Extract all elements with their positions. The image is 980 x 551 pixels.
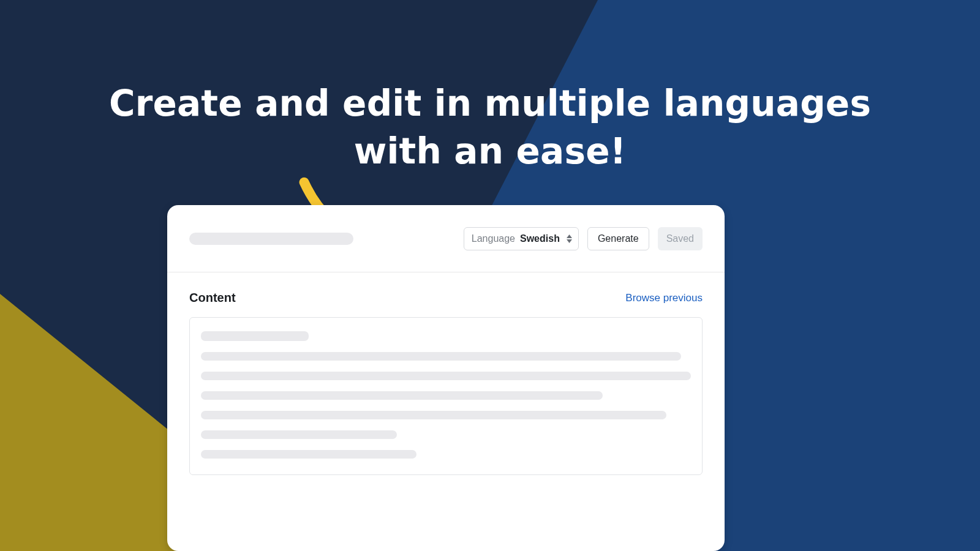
- skeleton-line: [201, 372, 691, 380]
- select-stepper-icon: [567, 234, 572, 243]
- hero-headline-line1: Create and edit in multiple languages: [0, 80, 980, 127]
- language-select-value: Swedish: [520, 233, 560, 244]
- content-header: Content Browse previous: [167, 272, 725, 317]
- saved-status-label: Saved: [666, 233, 694, 244]
- editor-toolbar: Language Swedish Generate Saved: [167, 205, 725, 272]
- hero-headline-line2: with an ease!: [0, 127, 980, 175]
- language-select[interactable]: Language Swedish: [464, 227, 579, 250]
- content-section-label: Content: [189, 291, 236, 305]
- skeleton-line: [201, 411, 666, 419]
- skeleton-line: [201, 331, 309, 341]
- generate-button-label: Generate: [598, 233, 639, 244]
- skeleton-line: [201, 391, 603, 400]
- title-placeholder: [189, 233, 353, 245]
- language-select-label: Language: [472, 233, 515, 244]
- editor-panel: Language Swedish Generate Saved Content …: [167, 205, 725, 551]
- saved-status: Saved: [658, 227, 703, 250]
- toolbar-controls: Language Swedish Generate Saved: [464, 227, 703, 250]
- promo-stage: Create and edit in multiple languages wi…: [0, 0, 980, 551]
- content-skeleton-box: [189, 317, 703, 475]
- browse-previous-link[interactable]: Browse previous: [625, 292, 703, 304]
- hero-headline: Create and edit in multiple languages wi…: [0, 80, 980, 176]
- skeleton-line: [201, 450, 417, 459]
- generate-button[interactable]: Generate: [587, 227, 649, 250]
- skeleton-line: [201, 352, 681, 361]
- skeleton-line: [201, 430, 397, 439]
